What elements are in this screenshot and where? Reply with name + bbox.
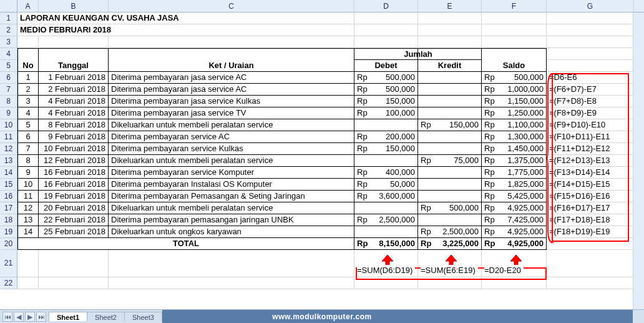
cell-no[interactable]: 12 [17,202,39,214]
cell[interactable] [547,238,634,250]
cell-ket[interactable]: Diterima pembayaran pemasangan jaringan … [109,214,354,226]
cell[interactable] [39,250,109,277]
header-kredit[interactable]: Kredit [418,60,482,72]
cell-tanggal[interactable]: 4 Februari 2018 [39,107,109,119]
cell-tanggal[interactable]: 8 Februari 2018 [39,119,109,131]
cell-tanggal[interactable]: 16 Februari 2018 [39,167,109,179]
col-header-B[interactable]: B [39,0,109,12]
cell[interactable] [547,48,634,60]
cell-saldo[interactable]: Rp4,925,000 [482,226,547,238]
row-header[interactable]: 22 [0,277,17,289]
cell[interactable]: MEDIO FEBRUARI 2018 [17,24,39,36]
row-header[interactable]: 7 [0,84,17,96]
cell-saldo[interactable]: Rp1,250,000 [482,107,547,119]
cell-formula[interactable]: =(F16+D17)-E17 [547,202,634,214]
cell-formula[interactable]: =(F9+D10)-E10 [547,119,634,131]
cell-saldo[interactable]: Rp4,925,000 [482,202,547,214]
cell[interactable] [547,277,634,289]
tab-first-button[interactable]: ⏮ [2,312,12,322]
row-header[interactable]: 3 [0,36,17,48]
cell-saldo[interactable]: Rp1,000,000 [482,84,547,96]
cell-debet[interactable] [354,202,418,214]
cell-no[interactable]: 5 [17,119,39,131]
row-header[interactable]: 8 [0,96,17,107]
col-header-A[interactable]: A [17,0,39,12]
cell-kredit[interactable] [418,84,482,96]
row-header[interactable]: 13 [0,155,17,167]
cell[interactable] [109,36,354,48]
cell[interactable] [547,24,634,36]
cell-no[interactable]: 8 [17,155,39,167]
cell-tanggal[interactable]: 10 Februari 2018 [39,143,109,155]
cell-saldo[interactable]: Rp1,450,000 [482,143,547,155]
cell-kredit[interactable] [418,214,482,226]
cell-saldo[interactable]: Rp500,000 [482,72,547,84]
cell-kredit[interactable] [418,96,482,107]
cell-saldo[interactable]: Rp1,300,000 [482,131,547,143]
cell-ket[interactable]: Dikeluarkan untuk ongkos karyawan [109,226,354,238]
col-header-F[interactable]: F [482,0,547,12]
row-header[interactable]: 6 [0,72,17,84]
row-header[interactable]: 5 [0,60,17,72]
cell[interactable] [547,36,634,48]
cell-formula[interactable]: =(F11+D12)-E12 [547,143,634,155]
cell[interactable] [354,277,418,289]
cell-formula[interactable]: =(F18+D19)-E19 [547,226,634,238]
cell[interactable] [418,24,482,36]
cell-no[interactable]: 4 [17,107,39,119]
row-header[interactable]: 1 [0,12,17,24]
cell-ket[interactable]: Dikeluarkan untuk membeli peralatan serv… [109,202,354,214]
cell-kredit[interactable]: Rp150,000 [418,119,482,131]
cell-no[interactable]: 2 [17,84,39,96]
col-header-E[interactable]: E [418,0,482,12]
row-header[interactable]: 11 [0,131,17,143]
cell[interactable] [547,250,634,277]
col-header-G[interactable]: G [547,0,634,12]
cell-no[interactable]: 11 [17,191,39,202]
tab-sheet3[interactable]: Sheet3 [124,312,162,321]
row-header[interactable]: 19 [0,226,17,238]
cell[interactable] [418,36,482,48]
spreadsheet-grid[interactable]: A B C D E F G 1 LAPORAN KEUANGAN CV. USA… [0,0,644,309]
cell-kredit[interactable]: Rp500,000 [418,202,482,214]
row-header[interactable]: 14 [0,167,17,179]
cell-kredit[interactable] [418,179,482,191]
cell[interactable] [17,277,39,289]
cell-ket[interactable]: Diterima pembayaran service AC [109,131,354,143]
header-ket[interactable] [109,48,354,60]
cell-formula[interactable]: =(F14+D15)-E15 [547,179,634,191]
cell-no[interactable]: 9 [17,167,39,179]
formula-sum-e[interactable]: =SUM(E6:E19) [418,250,482,277]
cell-no[interactable]: 3 [17,96,39,107]
formula-sum-d[interactable]: =SUM(D6:D19) [354,250,418,277]
cell-ket[interactable]: Diterima pembayaran service Kulkas [109,143,354,155]
cell-tanggal[interactable]: 12 Februari 2018 [39,155,109,167]
cell[interactable] [482,36,547,48]
cell-formula[interactable]: =D6-E6 [547,72,634,84]
cell-debet[interactable]: Rp50,000 [354,179,418,191]
cell-kredit[interactable] [418,191,482,202]
cell-saldo[interactable]: Rp1,375,000 [482,155,547,167]
cell-tanggal[interactable]: 19 Februari 2018 [39,191,109,202]
cell-kredit[interactable] [418,143,482,155]
cell-tanggal[interactable]: 2 Februari 2018 [39,84,109,96]
cell-ket[interactable]: Diterima pembayaran jasa service TV [109,107,354,119]
cell-tanggal[interactable]: 16 Februari 2018 [39,179,109,191]
cell-debet[interactable]: Rp2,500,000 [354,214,418,226]
row-header[interactable]: 21 [0,250,17,277]
row-header[interactable]: 16 [0,191,17,202]
cell[interactable] [482,12,547,24]
cell-saldo[interactable]: Rp1,825,000 [482,179,547,191]
cell[interactable] [482,24,547,36]
row-header[interactable]: 20 [0,238,17,250]
cell-formula[interactable]: =(F17+D18)-E18 [547,214,634,226]
cell-formula[interactable]: =(F12+D13)-E13 [547,155,634,167]
cell[interactable] [418,277,482,289]
row-header[interactable]: 17 [0,202,17,214]
row-header[interactable]: 12 [0,143,17,155]
row-header[interactable]: 9 [0,107,17,119]
cell[interactable]: Tanggal [39,60,109,72]
total-debet[interactable]: Rp8,150,000 [354,238,418,250]
cell-no[interactable]: 1 [17,72,39,84]
cell[interactable] [354,36,418,48]
